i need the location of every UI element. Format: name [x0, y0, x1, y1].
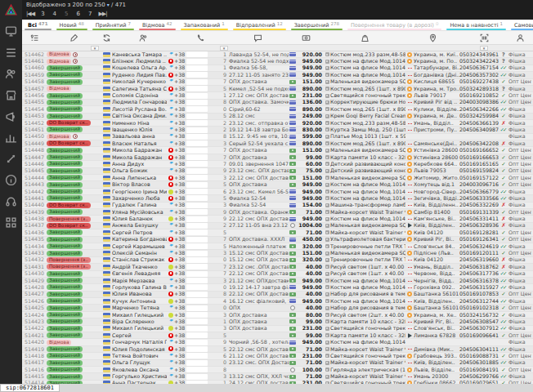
payment-cell — [289, 155, 297, 159]
ttn-question-icon: ? — [502, 86, 505, 92]
apps-icon[interactable] — [3, 215, 19, 230]
kyivstar-operator-icon: * — [168, 107, 172, 112]
tab-Відправлений[interactable]: Відправлений12 — [231, 20, 289, 30]
tracking-number: 20450632893636 — [459, 222, 499, 229]
headset-icon[interactable] — [3, 194, 19, 209]
column-header-phone-icon[interactable] — [174, 30, 227, 46]
ttn-fail-icon: ✗ — [501, 216, 505, 222]
client-name: Нименко Ніна — [112, 120, 167, 127]
payment-cash-icon — [289, 278, 296, 283]
payment-cell — [289, 238, 297, 242]
order-id: 514451 — [22, 127, 47, 133]
clients-icon[interactable] — [3, 66, 19, 82]
vodafone-operator-icon — [168, 155, 173, 160]
ttn-ok-icon: ✓ — [501, 181, 505, 188]
page-button-7[interactable]: 7 — [87, 10, 93, 18]
tools-icon[interactable] — [3, 151, 19, 167]
order-total: 890.00 — [297, 86, 324, 92]
tab-Всі[interactable]: Всі471 — [22, 20, 54, 30]
column-header-list-icon[interactable] — [22, 30, 47, 46]
page-size-caret-icon[interactable]: ▾ — [107, 2, 110, 7]
tab-Відмова[interactable]: Відмова42 — [137, 20, 177, 30]
phone-filter-caret[interactable]: ▾ — [220, 46, 228, 51]
ttn-filter-caret[interactable]: ▾ — [480, 46, 488, 51]
delivery-cell — [405, 230, 414, 235]
tracking-status: ✓ — [499, 161, 508, 167]
vodafone-operator-icon — [168, 257, 173, 262]
ukraine-flag-icon — [103, 148, 110, 153]
payment-cell — [289, 305, 297, 310]
column-header-clients-icon[interactable] — [112, 30, 174, 46]
delivery-address: Слов'янськ, Ві.. — [414, 325, 459, 332]
payment-cell — [289, 313, 297, 317]
client-phone: +38 — [174, 367, 220, 373]
first-page-button[interactable]: |◀◀ — [26, 11, 34, 17]
page-button-3[interactable]: 3 — [39, 10, 46, 18]
package-icon — [325, 94, 329, 98]
tab-Самовивіз[interactable]: Самовивіз2 — [508, 20, 533, 30]
info-icon[interactable] — [3, 172, 19, 188]
tab-Нема в наявності[interactable]: Нема в наявності1 — [444, 20, 508, 30]
product-name: Костюм на флисе Мод.1014 (1ш... — [330, 72, 405, 78]
tab-Прийнятий[interactable]: Прийнятий7 — [90, 20, 137, 30]
monitor-icon[interactable] — [3, 24, 19, 39]
operator-cell: * — [167, 374, 174, 379]
stats-icon[interactable] — [3, 130, 19, 145]
package-cell — [324, 258, 330, 262]
package-icon — [325, 183, 329, 187]
order-count: 8 — [220, 133, 227, 140]
tab-Новий[interactable]: Новий48 — [54, 20, 90, 30]
order-comment: ОПХ доставка — [227, 147, 289, 154]
ukrposhta-delivery-icon — [407, 292, 412, 296]
ukraine-flag-icon — [103, 79, 110, 84]
tab-Завершений[interactable]: Завершений278 — [289, 20, 345, 30]
column-header-product-icon[interactable] — [324, 30, 405, 46]
column-header-money-icon[interactable] — [289, 30, 324, 46]
column-header-location-icon[interactable] — [405, 30, 459, 46]
phone-redacted — [186, 216, 208, 222]
tab-label: Завершений — [294, 22, 329, 29]
page-button-5[interactable]: 5 — [63, 10, 69, 18]
range-text: Відображено з 200 по 250 — [26, 2, 105, 8]
ukraine-flag-icon — [103, 52, 110, 57]
country-flag-cell — [101, 182, 112, 187]
operator-cell: * — [167, 368, 174, 372]
package-cell — [324, 176, 330, 180]
sip-call-indicator[interactable]: sip:0672818601 — [0, 384, 60, 392]
shop-icon[interactable] — [3, 87, 19, 103]
tab-Запакований[interactable]: Запакований1 — [178, 20, 231, 30]
payment-cell — [289, 203, 297, 207]
kyivstar-operator-icon: * — [168, 354, 172, 359]
column-header-comment-icon[interactable] — [227, 30, 289, 46]
order-source: Фішка — [508, 256, 531, 263]
product-name: Детский развивающий констру... — [330, 161, 405, 167]
payment-cell — [289, 169, 297, 173]
operator-cell: * — [167, 319, 174, 324]
phone-redacted — [186, 298, 208, 304]
order-count: 1 — [220, 318, 227, 325]
page-button-6[interactable]: 6 — [75, 10, 82, 18]
order-comment: Фиалка 52-54 не подходит — [227, 58, 289, 65]
order-total: 320.00 — [297, 243, 324, 250]
orders-icon[interactable] — [3, 45, 19, 60]
tab-Повернення товару (в дорозі)[interactable]: Повернення товару (в дорозі)0 — [345, 20, 444, 30]
column-header-manager-icon[interactable] — [508, 30, 531, 46]
payment-card-icon — [289, 135, 296, 139]
country-flag-cell — [101, 340, 112, 345]
delivery-address: Львів 79053 — [414, 167, 459, 174]
column-header-status-icon[interactable] — [47, 30, 101, 46]
column-header-sync-icon[interactable] — [101, 30, 112, 46]
operator-cell — [167, 326, 174, 331]
column-header-barcode-icon[interactable] — [459, 30, 508, 46]
tracking-status: ✓ — [499, 291, 508, 297]
tab-count: 0 — [436, 21, 439, 26]
delivery-cell — [405, 301, 414, 302]
page-button-4[interactable]: 4 — [52, 10, 58, 18]
status-filter-caret[interactable]: ▾ — [91, 46, 99, 51]
last-page-button[interactable]: ▶▶| — [98, 11, 106, 17]
megaphone-icon[interactable] — [3, 109, 19, 124]
order-total: 100.00 — [297, 367, 324, 373]
operator-cell: * — [167, 134, 174, 139]
country-flag-cell — [101, 203, 112, 207]
payment-cell — [289, 223, 297, 228]
